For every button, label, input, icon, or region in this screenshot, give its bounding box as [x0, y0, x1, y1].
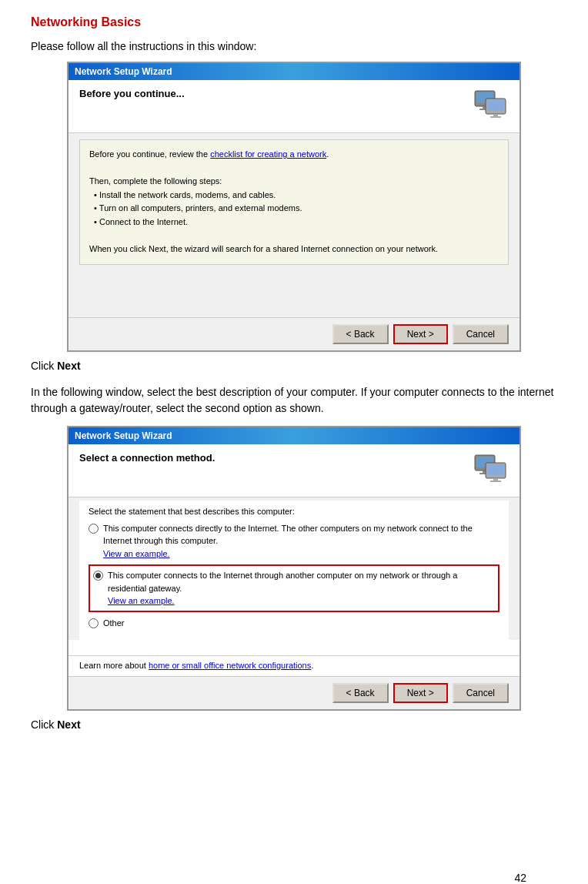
- radio-option-1[interactable]: This computer connects directly to the I…: [89, 522, 499, 561]
- wizard-titlebar-1: Network Setup Wizard: [68, 63, 520, 80]
- bullet2: Turn on all computers, printers, and ext…: [99, 203, 302, 213]
- radio-option-3[interactable]: Other: [89, 617, 499, 630]
- back-button-2[interactable]: < Back: [332, 683, 389, 703]
- bullet1: Install the network cards, modems, and c…: [99, 190, 276, 199]
- wizard-title-1: Network Setup Wizard: [75, 66, 172, 77]
- option3-text: Other: [103, 617, 125, 630]
- radio-circle-3: [89, 618, 99, 628]
- wizard-header-1: Before you continue...: [79, 88, 472, 99]
- svg-rect-15: [490, 481, 501, 482]
- wizard-body-2: Select a connection method.: [68, 444, 520, 497]
- click-next-label-2: Click Next: [31, 718, 557, 731]
- select-label: Select the statement that best describes…: [89, 507, 499, 516]
- wizard-footer-1: < Back Next > Cancel: [68, 317, 520, 350]
- next-button-1[interactable]: Next >: [393, 324, 448, 344]
- network-icon-2: [472, 452, 509, 489]
- content-line4: When you click Next, the wizard will sea…: [89, 243, 499, 256]
- svg-rect-7: [490, 116, 501, 118]
- content-line1: Before you continue, review the: [89, 149, 210, 159]
- back-button-1[interactable]: < Back: [332, 324, 389, 344]
- wizard-titlebar-2: Network Setup Wizard: [68, 427, 520, 444]
- page-title: Networking Basics: [31, 15, 557, 29]
- svg-rect-5: [487, 100, 504, 111]
- intro-text: Please follow all the instructions in th…: [31, 40, 557, 52]
- svg-rect-13: [487, 464, 504, 475]
- wizard-body-1: Before you continue...: [68, 80, 520, 133]
- option2-link[interactable]: View an example.: [108, 596, 175, 605]
- learn-more-end: .: [311, 661, 313, 670]
- wizard-header-2: Select a connection method.: [79, 452, 472, 464]
- option1-text: This computer connects directly to the I…: [103, 524, 473, 546]
- bullet3: Connect to the Internet.: [99, 217, 188, 226]
- radio-circle-2: [93, 571, 103, 581]
- option2-text: This computer connects to the Internet t…: [108, 571, 457, 593]
- content-line3: Then, complete the following steps:: [89, 175, 499, 189]
- wizard-footer-2: < Back Next > Cancel: [68, 676, 520, 709]
- cancel-button-1[interactable]: Cancel: [453, 324, 509, 344]
- svg-rect-6: [493, 114, 498, 116]
- wizard-content-2: Select the statement that best describes…: [79, 501, 509, 641]
- cancel-button-2[interactable]: Cancel: [453, 683, 509, 703]
- svg-rect-14: [493, 478, 498, 481]
- wizard-content-1: Before you continue, review the checklis…: [79, 139, 509, 265]
- content-period: .: [326, 149, 329, 159]
- learn-more-link[interactable]: home or small office network configurati…: [149, 661, 311, 670]
- learn-more: Learn more about home or small office ne…: [68, 655, 520, 676]
- next-button-2[interactable]: Next >: [393, 683, 448, 703]
- description-text: In the following window, select the best…: [31, 384, 557, 417]
- page-number: 42: [514, 872, 526, 884]
- radio-option-2-box[interactable]: This computer connects to the Internet t…: [89, 564, 499, 612]
- wizard-window-2: Network Setup Wizard Select a connection…: [67, 426, 521, 712]
- learn-more-text: Learn more about: [79, 661, 149, 670]
- radio-option-2[interactable]: This computer connects to the Internet t…: [93, 569, 495, 608]
- click-next-label-1: Click Next: [31, 360, 557, 372]
- wizard-window-1: Network Setup Wizard Before you continue…: [67, 62, 521, 352]
- checklist-link[interactable]: checklist for creating a network: [210, 149, 326, 159]
- radio-circle-1: [89, 524, 99, 534]
- network-icon-1: [472, 88, 509, 125]
- option1-link[interactable]: View an example.: [103, 549, 170, 558]
- wizard-title-2: Network Setup Wizard: [75, 430, 172, 441]
